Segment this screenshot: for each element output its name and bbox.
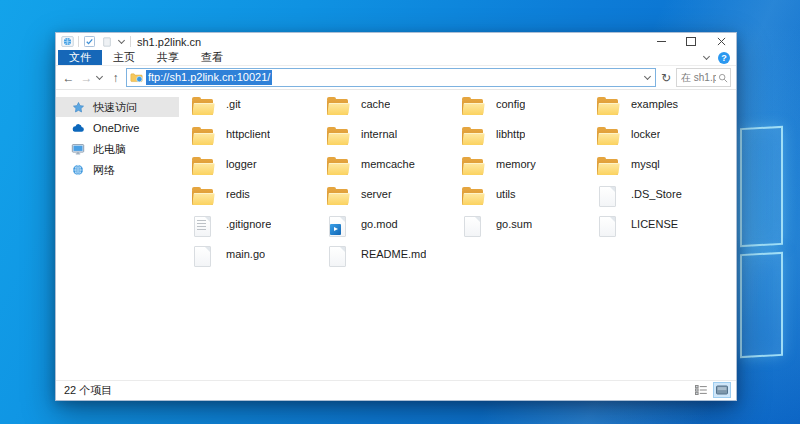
file-item-internal[interactable]: internal — [326, 123, 461, 153]
file-label: locker — [631, 128, 660, 141]
back-button[interactable]: ← — [61, 72, 76, 84]
file-icon — [191, 246, 215, 267]
folder-icon — [461, 126, 485, 147]
file-label: examples — [631, 98, 678, 111]
folder-icon — [191, 186, 215, 207]
minimize-button[interactable] — [646, 33, 676, 50]
globe-icon — [71, 163, 85, 177]
file-item-logger[interactable]: logger — [191, 153, 326, 183]
cloud-icon — [71, 121, 85, 135]
file-media-icon — [326, 216, 350, 237]
file-icon — [461, 216, 485, 237]
item-count: 22 个项目 — [64, 383, 112, 398]
folder-icon — [326, 156, 350, 177]
navigation-bar: ← → ↑ ftp://sh1.p2link.cn:10021/ ↻ 在 sh1… — [56, 66, 736, 90]
windows-logo-pane-bottom — [740, 252, 783, 358]
sidebar-item-label: 快速访问 — [93, 100, 137, 115]
file-item-server[interactable]: server — [326, 183, 461, 213]
star-icon — [71, 100, 85, 114]
file-item-memory[interactable]: memory — [461, 153, 596, 183]
file-item-memcache[interactable]: memcache — [326, 153, 461, 183]
file-icon — [326, 246, 350, 267]
file-item-go.sum[interactable]: go.sum — [461, 213, 596, 243]
folder-icon — [191, 156, 215, 177]
file-label: httpclient — [226, 128, 270, 141]
search-box[interactable]: 在 sh1.p2l... — [676, 68, 731, 87]
recent-locations-chevron-icon[interactable] — [97, 76, 105, 79]
folder-icon — [461, 156, 485, 177]
file-item-examples[interactable]: examples — [596, 93, 731, 123]
refresh-button[interactable]: ↻ — [659, 71, 673, 85]
sidebar-item-this-pc[interactable]: 此电脑 — [56, 139, 179, 159]
maximize-button[interactable] — [676, 33, 706, 50]
details-view-icon — [695, 385, 707, 395]
file-item-.git[interactable]: .git — [191, 93, 326, 123]
windows-logo-pane-top — [740, 126, 783, 247]
sidebar-item-onedrive[interactable]: OneDrive — [56, 118, 179, 138]
file-item-README.md[interactable]: README.md — [326, 243, 461, 273]
file-label: go.sum — [496, 218, 532, 231]
tab-share[interactable]: 共享 — [146, 50, 190, 65]
file-item-.DS_Store[interactable]: .DS_Store — [596, 183, 731, 213]
tab-view[interactable]: 查看 — [190, 50, 234, 65]
qat-customize-chevron-icon[interactable] — [117, 40, 126, 43]
window-body: 快速访问OneDrive此电脑网络 .gitcacheconfigexample… — [56, 90, 736, 380]
file-item-.gitignore[interactable]: .gitignore — [191, 213, 326, 243]
file-label: memory — [496, 158, 536, 171]
sidebar-item-label: 网络 — [93, 163, 115, 178]
tab-home[interactable]: 主页 — [102, 50, 146, 65]
ftp-folder-icon — [130, 71, 143, 84]
folder-icon — [191, 96, 215, 117]
file-label: memcache — [361, 158, 415, 171]
file-label: .DS_Store — [631, 188, 682, 201]
file-item-httpclient[interactable]: httpclient — [191, 123, 326, 153]
file-label: utils — [496, 188, 516, 201]
file-label: config — [496, 98, 525, 111]
sidebar-item-label: OneDrive — [93, 122, 139, 134]
file-item-main.go[interactable]: main.go — [191, 243, 326, 273]
close-button[interactable] — [706, 33, 736, 50]
sidebar-item-quick-access[interactable]: 快速访问 — [56, 97, 179, 117]
address-input[interactable]: ftp://sh1.p2link.cn:10021/ — [146, 70, 272, 85]
folder-icon — [326, 126, 350, 147]
icons-view-button[interactable] — [713, 382, 731, 398]
file-item-mysql[interactable]: mysql — [596, 153, 731, 183]
view-buttons — [692, 382, 731, 398]
folder-icon — [461, 186, 485, 207]
file-item-go.mod[interactable]: go.mod — [326, 213, 461, 243]
file-item-redis[interactable]: redis — [191, 183, 326, 213]
file-label: libhttp — [496, 128, 525, 141]
file-item-locker[interactable]: locker — [596, 123, 731, 153]
folder-icon — [596, 156, 620, 177]
titlebar: sh1.p2link.cn — [56, 33, 736, 50]
file-item-utils[interactable]: utils — [461, 183, 596, 213]
folder-icon — [326, 96, 350, 117]
up-button[interactable]: ↑ — [108, 72, 123, 84]
tab-file[interactable]: 文件 — [58, 50, 102, 65]
file-label: internal — [361, 128, 397, 141]
address-dropdown-chevron-icon[interactable] — [643, 76, 652, 79]
close-icon — [717, 37, 726, 46]
file-item-LICENSE[interactable]: LICENSE — [596, 213, 731, 243]
file-item-config[interactable]: config — [461, 93, 596, 123]
file-label: redis — [226, 188, 250, 201]
address-bar[interactable]: ftp://sh1.p2link.cn:10021/ — [126, 68, 656, 87]
details-view-button[interactable] — [692, 382, 710, 398]
properties-check-icon[interactable] — [83, 35, 96, 48]
forward-button[interactable]: → — [79, 72, 94, 84]
sidebar-item-network[interactable]: 网络 — [56, 160, 179, 180]
file-item-libhttp[interactable]: libhttp — [461, 123, 596, 153]
help-icon[interactable]: ? — [718, 52, 730, 64]
file-item-cache[interactable]: cache — [326, 93, 461, 123]
desktop: sh1.p2link.cn 文件主页共享查看 ? ← → ↑ — [0, 0, 800, 424]
sidebar: 快速访问OneDrive此电脑网络 — [56, 90, 181, 380]
folder-icon — [191, 126, 215, 147]
document-icon[interactable] — [100, 35, 113, 48]
window-title: sh1.p2link.cn — [137, 36, 201, 48]
folder-icon — [326, 186, 350, 207]
search-icon — [718, 73, 728, 83]
ribbon-right: ? — [704, 50, 730, 65]
status-bar: 22 个项目 — [56, 380, 736, 400]
ribbon-expand-chevron-icon[interactable] — [704, 56, 709, 59]
file-icon — [596, 216, 620, 237]
